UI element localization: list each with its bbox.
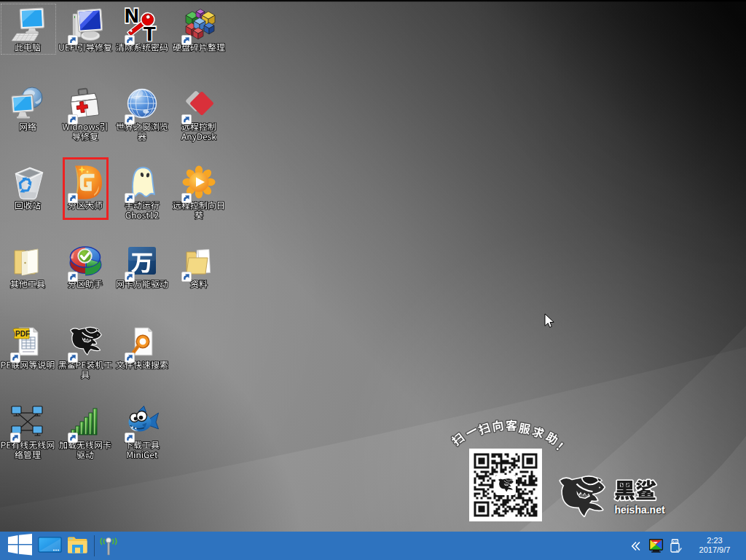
- svg-text:N: N: [125, 7, 139, 27]
- svg-text:T: T: [144, 23, 156, 42]
- svg-text:PDF: PDF: [15, 330, 30, 338]
